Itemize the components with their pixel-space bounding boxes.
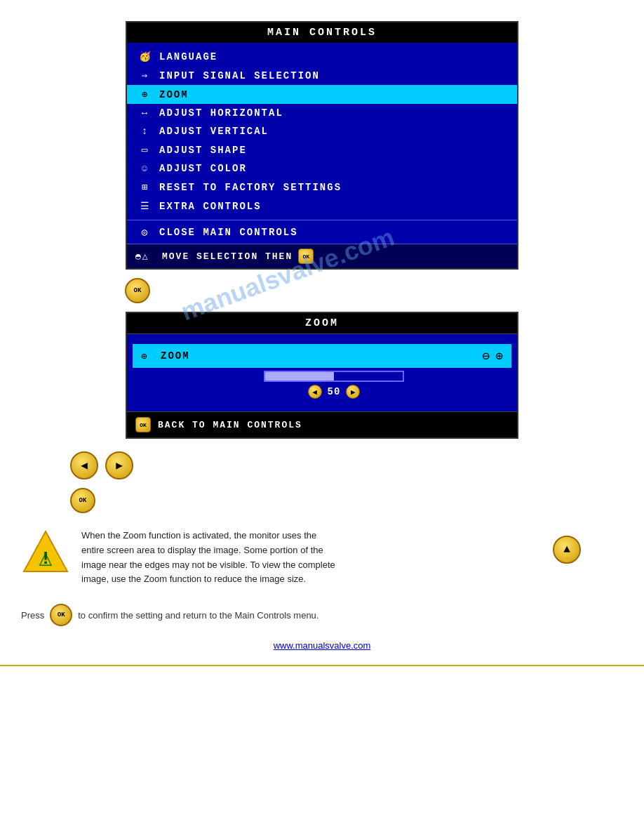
up-arrow-button-container: ▲ (553, 536, 581, 564)
adjust-shape-icon: ▭ (135, 144, 155, 156)
up-arrow-button[interactable]: ▲ (553, 536, 581, 564)
bottom-divider (0, 665, 644, 666)
reset-factory-label: RESET TO FACTORY SETTINGS (159, 182, 342, 193)
adjust-shape-label: ADJUST SHAPE (159, 145, 247, 156)
warning-triangle-icon: △ ! (21, 529, 70, 574)
zoom-row: ⊕ ZOOM ⊖ ⊕ (133, 344, 511, 368)
warning-line3: image near the edges may not be visible.… (81, 560, 335, 570)
ok-button-row2: OK (70, 488, 644, 513)
zoom-decrement-button[interactable]: ◀ (308, 385, 322, 399)
close-icon: ◎ (135, 226, 155, 238)
adjust-color-label: ADJUST COLOR (159, 163, 247, 174)
adjust-vertical-label: ADJUST VERTICAL (159, 126, 269, 137)
zoom-content: ⊕ ZOOM ⊖ ⊕ ◀ 50 ▶ (127, 334, 517, 411)
bottom-ok-note-2: to confirm the setting and return to the… (78, 610, 318, 621)
zoom-slider-container: ◀ 50 ▶ (159, 371, 509, 399)
close-section: ◎ CLOSE MAIN CONTROLS (127, 220, 517, 244)
menu-items-list: 🥳 LANGUAGE ⇒ INPUT SIGNAL SELECTION ⊕ ZO… (127, 43, 517, 220)
ok-button-1[interactable]: OK (125, 278, 150, 303)
left-arrow-button[interactable]: ◀ (70, 451, 98, 479)
language-icon: 🥳 (135, 51, 155, 62)
input-signal-label: INPUT SIGNAL SELECTION (159, 70, 320, 81)
extra-controls-icon: ☰ (135, 200, 155, 212)
adjust-color-icon: ☺ (135, 163, 155, 174)
zoom-title: ZOOM (127, 313, 517, 334)
back-label: BACK TO MAIN CONTROLS (158, 420, 302, 430)
menu-item-zoom[interactable]: ⊕ ZOOM (127, 85, 517, 104)
warning-line1: When the Zoom function is activated, the… (81, 530, 316, 541)
zoom-footer: OK BACK TO MAIN CONTROLS (127, 411, 517, 437)
zoom-label: ZOOM (159, 89, 189, 100)
move-icon: ◓△ (135, 251, 156, 262)
zoom-row-icon: ⊕ (141, 350, 161, 362)
zoom-minus-icon[interactable]: ⊖ (482, 348, 490, 364)
bottom-link[interactable]: www.manualsvalve.com (274, 640, 371, 651)
close-label: CLOSE MAIN CONTROLS (159, 227, 298, 238)
close-main-controls[interactable]: ◎ CLOSE MAIN CONTROLS (135, 226, 509, 238)
menu-item-input-signal[interactable]: ⇒ INPUT SIGNAL SELECTION (127, 66, 517, 85)
menu-item-reset-factory[interactable]: ⊞ RESET TO FACTORY SETTINGS (127, 178, 517, 197)
main-controls-title: MAIN CONTROLS (127, 22, 517, 43)
zoom-increment-button[interactable]: ▶ (346, 385, 360, 399)
zoom-slider-bar[interactable] (264, 371, 404, 382)
right-arrow-button[interactable]: ▶ (105, 451, 133, 479)
menu-item-adjust-color[interactable]: ☺ ADJUST COLOR (127, 159, 517, 178)
zoom-panel: ZOOM ⊕ ZOOM ⊖ ⊕ ◀ 50 ▶ (126, 312, 518, 439)
svg-text:!: ! (40, 548, 51, 569)
zoom-slider-fill (265, 372, 334, 380)
nav-buttons-row: ◀ ▶ (70, 451, 644, 479)
bottom-link-section: www.manualsvalve.com (0, 640, 644, 651)
bottom-ok-note-1: Press (21, 610, 44, 621)
warning-section: △ ! When the Zoom function is activated,… (21, 529, 623, 587)
menu-item-adjust-vertical[interactable]: ↕ ADJUST VERTICAL (127, 122, 517, 140)
language-label: LANGUAGE (159, 51, 217, 62)
adjust-horizontal-label: ADJUST HORIZONTAL (159, 107, 283, 119)
extra-controls-label: EXTRA CONTROLS (159, 201, 262, 212)
zoom-plus-icon[interactable]: ⊕ (495, 348, 503, 364)
footer-text: MOVE SELECTION THEN (162, 251, 293, 262)
main-controls-footer: ◓△ MOVE SELECTION THEN OK (127, 244, 517, 268)
ok-button-3[interactable]: OK (50, 604, 72, 626)
zoom-controls: ⊖ ⊕ (482, 348, 503, 364)
bottom-ok-section: Press OK to confirm the setting and retu… (21, 604, 623, 626)
warning-line4: image, use the Zoom function to reduce t… (81, 574, 306, 584)
zoom-slider-value-row: ◀ 50 ▶ (308, 385, 361, 399)
menu-item-language[interactable]: 🥳 LANGUAGE (127, 47, 517, 66)
adjust-horizontal-icon: ↔ (135, 107, 155, 119)
menu-item-adjust-horizontal[interactable]: ↔ ADJUST HORIZONTAL (127, 104, 517, 122)
ok-button-between: OK (125, 278, 644, 303)
zoom-value-display: 50 (328, 386, 341, 397)
zoom-row-label: ZOOM (161, 350, 482, 362)
warning-line2: entire screen area to display the image.… (81, 545, 323, 555)
menu-item-extra-controls[interactable]: ☰ EXTRA CONTROLS (127, 197, 517, 216)
main-controls-panel: MAIN CONTROLS 🥳 LANGUAGE ⇒ INPUT SIGNAL … (126, 21, 518, 270)
page-container: manualsvalve.com MAIN CONTROLS 🥳 LANGUAG… (0, 0, 644, 834)
zoom-icon: ⊕ (135, 88, 155, 100)
adjust-vertical-icon: ↕ (135, 126, 155, 137)
zoom-ok-icon: OK (135, 417, 151, 432)
menu-item-adjust-shape[interactable]: ▭ ADJUST SHAPE (127, 140, 517, 159)
warning-text: When the Zoom function is activated, the… (81, 529, 623, 587)
input-signal-icon: ⇒ (135, 70, 155, 81)
reset-factory-icon: ⊞ (135, 181, 155, 193)
ok-button-2[interactable]: OK (70, 488, 95, 513)
footer-ok-icon: OK (298, 249, 314, 264)
